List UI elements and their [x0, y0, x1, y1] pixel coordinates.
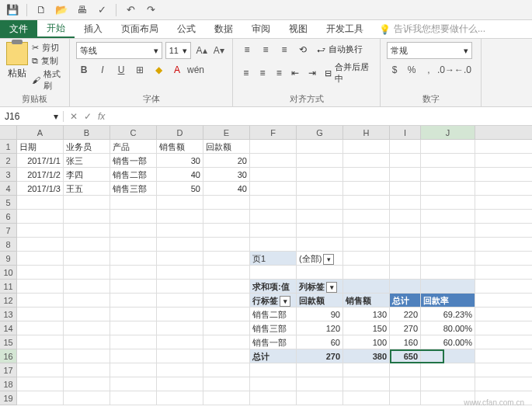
cell[interactable]: [250, 238, 297, 251]
cell[interactable]: [17, 238, 64, 251]
cell[interactable]: [297, 238, 343, 251]
cell[interactable]: [157, 335, 203, 349]
col-header[interactable]: F: [250, 126, 297, 139]
cell[interactable]: 2017/1/2: [17, 168, 64, 181]
cell[interactable]: 2017/1/1: [17, 154, 64, 167]
cell[interactable]: [64, 321, 110, 335]
cell[interactable]: [343, 252, 390, 265]
cell[interactable]: [110, 196, 157, 209]
cell[interactable]: [110, 252, 157, 265]
row-header[interactable]: 12: [0, 294, 16, 308]
cell[interactable]: 王五: [64, 182, 110, 195]
col-header[interactable]: E: [203, 126, 250, 139]
cell[interactable]: 380: [343, 349, 390, 363]
cell[interactable]: [297, 196, 343, 209]
cell[interactable]: [203, 377, 250, 391]
cell[interactable]: 销售二部: [110, 168, 157, 181]
cell[interactable]: [203, 391, 250, 405]
spellcheck-icon[interactable]: ✓: [96, 4, 108, 16]
cell[interactable]: [421, 182, 475, 195]
cell[interactable]: 张三: [64, 154, 110, 167]
cell[interactable]: [17, 349, 64, 363]
cell[interactable]: [203, 224, 250, 237]
cell[interactable]: [343, 224, 390, 237]
cell[interactable]: [17, 252, 64, 265]
cell[interactable]: 90: [297, 308, 343, 321]
cell[interactable]: [390, 266, 421, 279]
bold-button[interactable]: B: [76, 62, 92, 78]
cell[interactable]: 30: [203, 168, 250, 181]
align-bottom-button[interactable]: ≡: [276, 43, 292, 57]
cell[interactable]: [157, 363, 203, 377]
cell[interactable]: [343, 377, 390, 391]
cell[interactable]: 销售额: [157, 140, 203, 153]
accounting-button[interactable]: $: [387, 62, 402, 78]
row-header[interactable]: 10: [0, 266, 16, 280]
cell[interactable]: [390, 377, 421, 391]
cell[interactable]: 60: [297, 335, 343, 349]
cell[interactable]: [157, 266, 203, 279]
cell[interactable]: [297, 363, 343, 377]
row-header[interactable]: 2: [0, 154, 16, 168]
cell[interactable]: [64, 308, 110, 321]
cell[interactable]: [343, 154, 390, 167]
italic-button[interactable]: I: [95, 62, 110, 78]
col-header[interactable]: B: [64, 126, 110, 139]
filter-dropdown-icon[interactable]: ▾: [323, 254, 334, 265]
cell[interactable]: [64, 280, 110, 293]
cell[interactable]: [203, 294, 250, 307]
percent-button[interactable]: %: [404, 62, 419, 78]
cell[interactable]: [110, 308, 157, 321]
cell[interactable]: [17, 335, 64, 349]
cell[interactable]: [64, 238, 110, 251]
filter-dropdown-icon[interactable]: ▾: [280, 296, 290, 307]
align-left-button[interactable]: ≡: [239, 66, 252, 80]
cell[interactable]: 李四: [64, 168, 110, 181]
align-right-button[interactable]: ≡: [273, 66, 286, 80]
cell[interactable]: [390, 280, 421, 293]
cell[interactable]: 总计: [390, 294, 421, 307]
cell[interactable]: [157, 321, 203, 335]
cell[interactable]: [297, 182, 343, 195]
enter-icon[interactable]: ✓: [84, 111, 92, 122]
cell[interactable]: [203, 349, 250, 363]
col-header[interactable]: G: [297, 126, 343, 139]
cell[interactable]: [421, 196, 475, 209]
row-header[interactable]: 6: [0, 210, 16, 224]
cell[interactable]: [110, 335, 157, 349]
cell[interactable]: [297, 154, 343, 167]
font-name-combo[interactable]: 等线▾: [76, 42, 162, 59]
cell[interactable]: [110, 391, 157, 405]
tab-layout[interactable]: 页面布局: [112, 20, 168, 38]
cell[interactable]: [250, 154, 297, 167]
increase-font-button[interactable]: A▴: [194, 43, 208, 58]
cell[interactable]: [390, 238, 421, 251]
cell[interactable]: [64, 349, 110, 363]
cell[interactable]: [297, 377, 343, 391]
cell[interactable]: [17, 224, 64, 237]
cell[interactable]: [157, 294, 203, 307]
cell[interactable]: [421, 280, 475, 293]
cell[interactable]: [390, 182, 421, 195]
cell[interactable]: 40: [203, 182, 250, 195]
cell[interactable]: 2017/1/3: [17, 182, 64, 195]
increase-decimal-button[interactable]: .0→: [438, 62, 454, 78]
col-header[interactable]: C: [110, 126, 157, 139]
cell[interactable]: [343, 280, 390, 293]
cell[interactable]: [297, 168, 343, 181]
phonetic-button[interactable]: wén: [188, 62, 203, 78]
cell[interactable]: [343, 210, 390, 223]
cell[interactable]: [297, 266, 343, 279]
col-header[interactable]: H: [343, 126, 390, 139]
cell[interactable]: [390, 154, 421, 167]
cell[interactable]: [203, 210, 250, 223]
font-size-combo[interactable]: 11▾: [165, 42, 192, 59]
cell[interactable]: [250, 377, 297, 391]
cell[interactable]: [64, 252, 110, 265]
row-header[interactable]: 1: [0, 140, 16, 154]
cell[interactable]: [390, 252, 421, 265]
cell[interactable]: 回款率: [421, 294, 475, 307]
cell[interactable]: [17, 266, 64, 279]
cell[interactable]: [297, 140, 343, 153]
row-header[interactable]: 7: [0, 224, 16, 238]
